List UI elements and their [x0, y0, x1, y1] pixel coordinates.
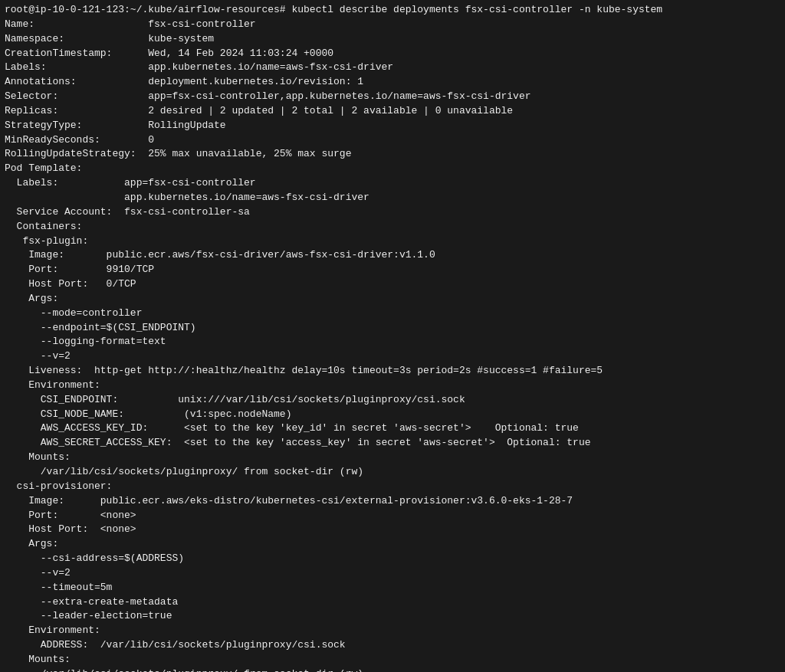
terminal-line-24: --v=2 [5, 349, 780, 364]
terminal-line-22: --endpoint=$(CSI_ENDPOINT) [5, 321, 780, 336]
terminal-line-33: csi-provisioner: [5, 480, 780, 494]
terminal-line-11: Pod Template: [5, 162, 780, 176]
terminal-line-21: --mode=controller [5, 306, 780, 321]
terminal-line-12: Labels: app=fsx-csi-controller [5, 176, 780, 191]
terminal-line-31: Mounts: [5, 451, 780, 465]
terminal-line-5: Annotations: deployment.kubernetes.io/re… [5, 75, 780, 90]
terminal-line-32: /var/lib/csi/sockets/pluginproxy/ from s… [5, 465, 780, 480]
terminal-line-39: --v=2 [5, 566, 780, 581]
terminal-line-18: Port: 9910/TCP [5, 263, 780, 277]
terminal-line-29: AWS_ACCESS_KEY_ID: <set to the key 'key_… [5, 421, 780, 436]
terminal-line-30: AWS_SECRET_ACCESS_KEY: <set to the key '… [5, 436, 780, 451]
terminal-line-42: --leader-election=true [5, 609, 780, 624]
terminal-line-13: app.kubernetes.io/name=aws-fsx-csi-drive… [5, 191, 780, 205]
terminal-line-25: Liveness: http-get http://:healthz/healt… [5, 364, 780, 379]
terminal-line-35: Port: <none> [5, 509, 780, 523]
terminal-line-19: Host Port: 0/TCP [5, 277, 780, 292]
terminal-line-10: RollingUpdateStrategy: 25% max unavailab… [5, 147, 780, 162]
terminal-line-43: Environment: [5, 624, 780, 638]
terminal-line-3: CreationTimestamp: Wed, 14 Feb 2024 11:0… [5, 47, 780, 61]
terminal-line-20: Args: [5, 292, 780, 306]
terminal-window: root@ip-10-0-121-123:~/.kube/airflow-res… [0, 0, 785, 672]
terminal-line-34: Image: public.ecr.aws/eks-distro/kuberne… [5, 494, 780, 509]
terminal-line-16: fsx-plugin: [5, 234, 780, 249]
terminal-line-44: ADDRESS: /var/lib/csi/sockets/pluginprox… [5, 638, 780, 653]
terminal-line-28: CSI_NODE_NAME: (v1:spec.nodeName) [5, 408, 780, 422]
terminal-line-8: StrategyType: RollingUpdate [5, 119, 780, 133]
terminal-line-4: Labels: app.kubernetes.io/name=aws-fsx-c… [5, 61, 780, 75]
terminal-line-46: /var/lib/csi/sockets/pluginproxy/ from s… [5, 667, 780, 672]
terminal-line-9: MinReadySeconds: 0 [5, 133, 780, 148]
terminal-line-14: Service Account: fsx-csi-controller-sa [5, 205, 780, 220]
terminal-line-0: root@ip-10-0-121-123:~/.kube/airflow-res… [5, 3, 780, 18]
terminal-line-27: CSI_ENDPOINT: unix:///var/lib/csi/socket… [5, 393, 780, 408]
terminal-line-2: Namespace: kube-system [5, 32, 780, 47]
terminal-line-15: Containers: [5, 220, 780, 234]
terminal-line-26: Environment: [5, 379, 780, 393]
terminal-line-38: --csi-address=$(ADDRESS) [5, 552, 780, 566]
terminal-line-17: Image: public.ecr.aws/fsx-csi-driver/aws… [5, 248, 780, 263]
terminal-line-6: Selector: app=fsx-csi-controller,app.kub… [5, 90, 780, 104]
terminal-line-45: Mounts: [5, 653, 780, 667]
terminal-line-41: --extra-create-metadata [5, 595, 780, 610]
terminal-line-1: Name: fsx-csi-controller [5, 18, 780, 32]
terminal-line-36: Host Port: <none> [5, 523, 780, 537]
terminal-line-40: --timeout=5m [5, 581, 780, 595]
terminal-line-7: Replicas: 2 desired | 2 updated | 2 tota… [5, 104, 780, 119]
terminal-line-37: Args: [5, 537, 780, 552]
terminal-line-23: --logging-format=text [5, 335, 780, 349]
